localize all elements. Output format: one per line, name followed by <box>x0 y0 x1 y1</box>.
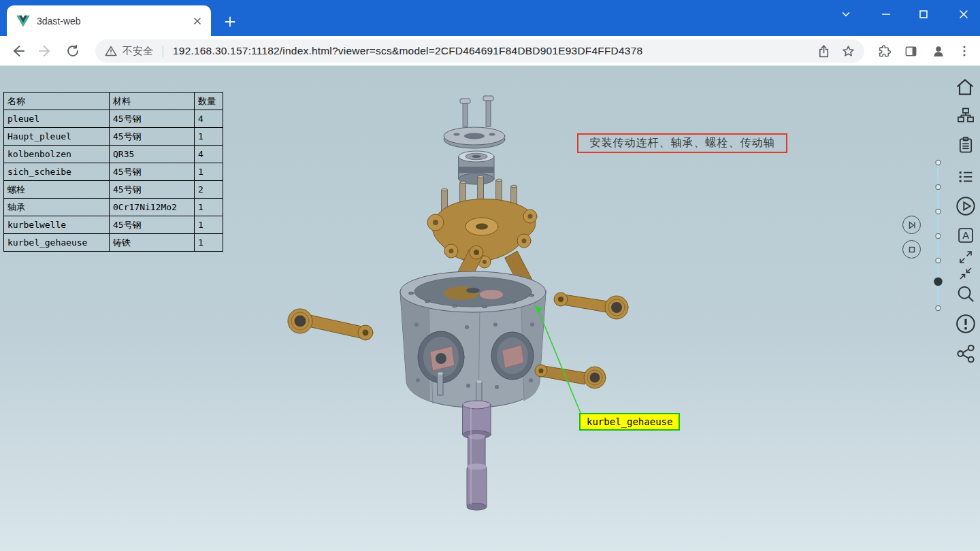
extensions-puzzle-icon[interactable] <box>873 41 894 61</box>
crankcase-part <box>400 271 546 407</box>
bom-table-body: pleuel45号钢4Haupt_pleuel45号钢1kolbenbolzen… <box>4 110 223 252</box>
table-row: kurbel_gehaeuse铸铁1 <box>4 234 223 252</box>
tab-title: 3dast-web <box>37 16 184 27</box>
clipboard-icon[interactable] <box>954 133 977 156</box>
table-row: Haupt_pleuel45号钢1 <box>4 128 223 146</box>
skip-to-start-button[interactable] <box>902 167 921 185</box>
part-name-label: kurbel_gehaeuse <box>579 413 680 431</box>
table-cell: kolbenbolzen <box>4 146 110 163</box>
table-row: kolbenbolzenQR354 <box>4 146 223 163</box>
vue-favicon-icon <box>16 15 30 27</box>
table-cell: 45号钢 <box>110 163 195 181</box>
omnibox-divider <box>163 46 163 57</box>
connecting-rod-lower-right-part <box>535 365 606 388</box>
play-step-button[interactable] <box>902 216 921 234</box>
table-cell: 1 <box>195 199 223 216</box>
main-connecting-rod-part <box>438 246 483 315</box>
table-row: sich_scheibe45号钢1 <box>4 163 223 181</box>
list-icon[interactable] <box>954 165 977 188</box>
table-row: 螺栓45号钢2 <box>4 181 223 199</box>
stop-button[interactable] <box>902 240 921 258</box>
close-window-button[interactable] <box>953 5 974 24</box>
column-header-name: 名称 <box>4 93 110 110</box>
cad-viewer: 名称 材料 数量 pleuel45号钢4Haupt_pleuel45号钢1kol… <box>0 66 980 551</box>
table-cell: pleuel <box>4 110 110 128</box>
step-forward-button[interactable] <box>902 265 921 283</box>
security-warning-icon[interactable] <box>105 45 117 57</box>
connecting-rod-left-part <box>288 309 373 340</box>
tab-search-chevron-icon[interactable] <box>836 5 856 24</box>
side-panel-icon[interactable] <box>900 41 921 61</box>
table-cell: sich_scheibe <box>4 163 110 181</box>
kebab-menu-icon[interactable] <box>954 41 975 61</box>
table-cell: 铸铁 <box>110 234 195 252</box>
skip-to-end-button[interactable] <box>902 289 921 307</box>
table-cell: 1 <box>195 234 223 252</box>
table-cell: 45号钢 <box>110 128 195 146</box>
connecting-rod-right-part <box>554 293 628 319</box>
browser-tab-strip: 3dast-web <box>0 0 980 36</box>
collapse-icon[interactable] <box>956 265 976 282</box>
svg-text:A: A <box>962 230 969 241</box>
tab-close-icon[interactable] <box>191 14 204 28</box>
table-cell: 4 <box>195 110 223 128</box>
screw-parts <box>460 96 493 127</box>
share-icon[interactable] <box>814 41 833 61</box>
table-row: kurbelwelle45号钢1 <box>4 216 223 234</box>
table-cell: 4 <box>195 146 223 163</box>
reload-icon[interactable] <box>63 41 83 61</box>
table-cell: QR35 <box>110 146 195 163</box>
step-slider[interactable] <box>931 157 945 318</box>
table-cell: kurbel_gehaeuse <box>4 234 110 252</box>
slider-thumb[interactable] <box>934 278 942 286</box>
back-arrow-icon[interactable] <box>8 41 29 61</box>
bom-table: 名称 材料 数量 pleuel45号钢4Haupt_pleuel45号钢1kol… <box>3 92 223 252</box>
maximize-button[interactable] <box>913 5 934 24</box>
browser-toolbar: 不安全 192.168.30.157:11182/index.html?view… <box>0 36 980 66</box>
spider-carrier-part <box>427 176 538 301</box>
profile-avatar-icon[interactable] <box>928 41 949 61</box>
table-cell: 0Cr17Ni12Mo2 <box>110 199 195 216</box>
column-header-quantity: 数量 <box>195 93 223 110</box>
table-cell: 1 <box>195 163 223 181</box>
address-bar[interactable]: 不安全 192.168.30.157:11182/index.html?view… <box>95 39 864 63</box>
table-header-row: 名称 材料 数量 <box>4 93 223 110</box>
browser-tab[interactable]: 3dast-web <box>7 5 211 36</box>
minimize-button[interactable] <box>876 5 896 24</box>
new-tab-button[interactable] <box>220 12 240 31</box>
url-text[interactable]: 192.168.30.157:11182/index.html?viewer=s… <box>173 45 808 57</box>
crankshaft-part <box>463 401 491 510</box>
forward-arrow-icon[interactable] <box>35 41 55 61</box>
warning-icon[interactable] <box>954 312 977 335</box>
table-cell: 螺栓 <box>4 181 110 199</box>
security-label[interactable]: 不安全 <box>122 45 153 58</box>
bearing-part <box>459 151 494 184</box>
table-cell: kurbelwelle <box>4 216 110 234</box>
table-cell: 45号钢 <box>110 216 195 234</box>
text-annotation-icon[interactable]: A <box>954 224 977 247</box>
play-icon[interactable] <box>954 195 977 218</box>
table-row: pleuel45号钢4 <box>4 110 223 128</box>
table-cell: 2 <box>195 181 223 199</box>
column-header-material: 材料 <box>110 93 195 110</box>
table-cell: 45号钢 <box>110 110 195 128</box>
table-row: 轴承0Cr17Ni12Mo21 <box>4 199 223 216</box>
assembly-step-annotation: 安装传动连杆、轴承、螺栓、传动轴 <box>577 133 787 153</box>
washer-part <box>444 127 505 148</box>
table-cell: 45号钢 <box>110 181 195 199</box>
home-icon[interactable] <box>953 75 977 99</box>
step-back-button[interactable] <box>902 191 921 210</box>
model-tree-icon[interactable] <box>954 104 977 127</box>
zoom-icon[interactable] <box>954 282 977 305</box>
expand-icon[interactable] <box>956 248 976 266</box>
table-cell: Haupt_pleuel <box>4 128 110 146</box>
table-cell: 轴承 <box>4 199 110 216</box>
share-nodes-icon[interactable] <box>954 342 977 365</box>
bookmark-star-icon[interactable] <box>838 41 858 61</box>
table-cell: 1 <box>195 216 223 234</box>
table-cell: 1 <box>195 128 223 146</box>
